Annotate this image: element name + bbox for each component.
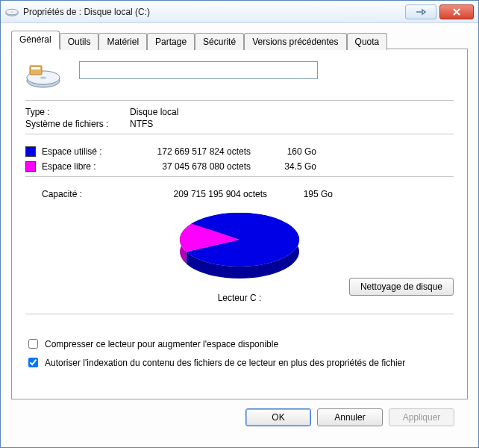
close-button[interactable] xyxy=(439,4,474,19)
pin-button[interactable] xyxy=(405,4,436,19)
disk-cleanup-button[interactable]: Nettoyage de disque xyxy=(349,278,454,296)
compress-checkbox[interactable] xyxy=(28,339,38,349)
used-size: 160 Go xyxy=(264,146,316,157)
tab-panel-general: Type : Disque local Système de fichiers … xyxy=(11,49,468,399)
capacity-label: Capacité : xyxy=(42,189,146,199)
ok-button[interactable]: OK xyxy=(245,408,311,426)
svg-rect-7 xyxy=(31,67,40,69)
space-grid: Espace utilisé : 172 669 517 824 octets … xyxy=(25,146,454,172)
compress-label: Compresser ce lecteur pour augmenter l'e… xyxy=(45,338,278,350)
volume-label-input[interactable] xyxy=(79,61,318,79)
properties-window: Propriétés de : Disque local (C:) Généra… xyxy=(0,0,479,448)
index-label: Autoriser l'indexation du contenu des fi… xyxy=(45,357,405,369)
capacity-size: 195 Go xyxy=(281,189,333,199)
index-checkbox[interactable] xyxy=(28,358,38,367)
free-label: Espace libre : xyxy=(42,161,130,172)
apply-button: Appliquer xyxy=(389,408,454,426)
tab-sharing[interactable]: Partage xyxy=(147,33,195,50)
free-bytes: 37 045 678 080 octets xyxy=(130,161,264,172)
separator xyxy=(25,134,454,134)
svg-point-2 xyxy=(11,11,13,13)
checkbox-group: Compresser ce lecteur pour augmenter l'e… xyxy=(25,338,454,376)
drive-large-icon xyxy=(25,61,61,90)
used-bytes: 172 669 517 824 octets xyxy=(130,146,264,157)
info-grid: Type : Disque local Système de fichiers … xyxy=(25,107,454,129)
free-size: 34.5 Go xyxy=(264,161,316,172)
tab-previous[interactable]: Versions précédentes xyxy=(244,33,346,50)
tab-quota[interactable]: Quota xyxy=(347,33,388,50)
separator xyxy=(25,314,454,314)
tab-tools[interactable]: Outils xyxy=(60,33,99,50)
svg-point-5 xyxy=(40,76,46,78)
capacity-bytes: 209 715 195 904 octets xyxy=(146,189,281,199)
separator xyxy=(25,176,454,177)
usage-pie-chart xyxy=(165,204,314,286)
svg-rect-6 xyxy=(30,66,42,75)
window-title: Propriétés de : Disque local (C:) xyxy=(23,7,405,17)
tab-security[interactable]: Sécurité xyxy=(195,33,244,50)
window-buttons xyxy=(405,4,474,19)
content-area: Général Outils Matériel Partage Sécurité… xyxy=(1,23,478,447)
used-label: Espace utilisé : xyxy=(42,146,130,157)
separator xyxy=(25,100,454,101)
tab-hardware[interactable]: Matériel xyxy=(98,33,147,50)
capacity-row: Capacité : 209 715 195 904 octets 195 Go xyxy=(25,189,454,199)
cancel-button[interactable]: Annuler xyxy=(317,408,383,426)
tab-general[interactable]: Général xyxy=(11,31,60,49)
fs-value: NTFS xyxy=(130,119,454,129)
dialog-footer: OK Annuler Appliquer xyxy=(11,399,468,437)
free-swatch-icon xyxy=(25,161,36,172)
drive-label: Lecteur C : xyxy=(165,293,314,303)
type-label: Type : xyxy=(25,107,130,117)
disk-icon xyxy=(5,7,19,17)
titlebar: Propriétés de : Disque local (C:) xyxy=(1,1,478,23)
fs-label: Système de fichiers : xyxy=(25,119,130,129)
chart-area: Lecteur C : Nettoyage de disque xyxy=(25,204,454,303)
tabs: Général Outils Matériel Partage Sécurité… xyxy=(11,31,468,49)
type-value: Disque local xyxy=(130,107,454,117)
used-swatch-icon xyxy=(25,146,36,157)
